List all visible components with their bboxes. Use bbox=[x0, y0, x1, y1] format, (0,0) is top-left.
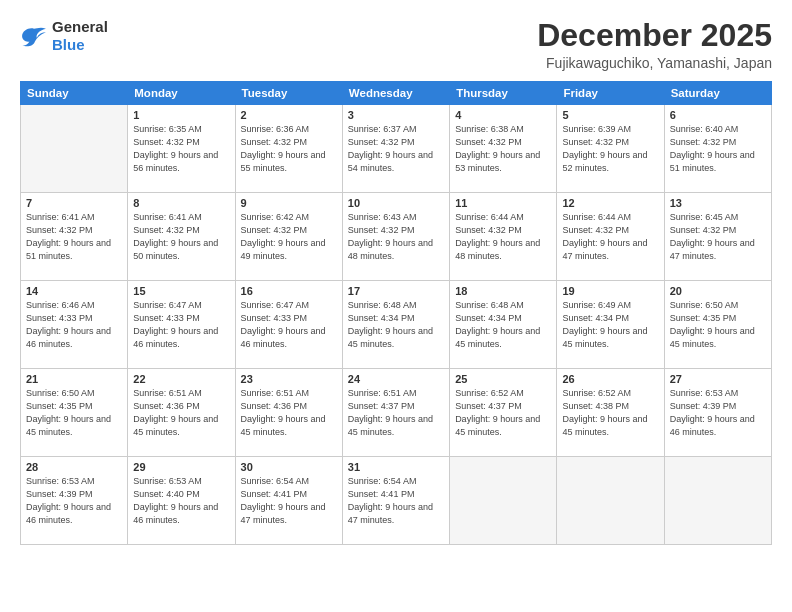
day-info: Sunrise: 6:53 AM Sunset: 4:39 PM Dayligh… bbox=[670, 387, 766, 439]
calendar-cell bbox=[557, 457, 664, 545]
header-tuesday: Tuesday bbox=[235, 82, 342, 105]
day-info: Sunrise: 6:52 AM Sunset: 4:38 PM Dayligh… bbox=[562, 387, 658, 439]
calendar-cell: 4Sunrise: 6:38 AM Sunset: 4:32 PM Daylig… bbox=[450, 105, 557, 193]
calendar-cell: 20Sunrise: 6:50 AM Sunset: 4:35 PM Dayli… bbox=[664, 281, 771, 369]
calendar-cell bbox=[21, 105, 128, 193]
day-info: Sunrise: 6:37 AM Sunset: 4:32 PM Dayligh… bbox=[348, 123, 444, 175]
day-info: Sunrise: 6:41 AM Sunset: 4:32 PM Dayligh… bbox=[26, 211, 122, 263]
day-number: 6 bbox=[670, 109, 766, 121]
logo-general: General bbox=[52, 18, 108, 35]
calendar-cell: 26Sunrise: 6:52 AM Sunset: 4:38 PM Dayli… bbox=[557, 369, 664, 457]
day-number: 19 bbox=[562, 285, 658, 297]
day-info: Sunrise: 6:45 AM Sunset: 4:32 PM Dayligh… bbox=[670, 211, 766, 263]
calendar-body: 1Sunrise: 6:35 AM Sunset: 4:32 PM Daylig… bbox=[21, 105, 772, 545]
day-number: 26 bbox=[562, 373, 658, 385]
day-number: 21 bbox=[26, 373, 122, 385]
calendar-cell bbox=[450, 457, 557, 545]
calendar-cell: 29Sunrise: 6:53 AM Sunset: 4:40 PM Dayli… bbox=[128, 457, 235, 545]
header-wednesday: Wednesday bbox=[342, 82, 449, 105]
day-number: 16 bbox=[241, 285, 337, 297]
day-number: 30 bbox=[241, 461, 337, 473]
day-number: 18 bbox=[455, 285, 551, 297]
day-info: Sunrise: 6:53 AM Sunset: 4:40 PM Dayligh… bbox=[133, 475, 229, 527]
calendar-cell: 21Sunrise: 6:50 AM Sunset: 4:35 PM Dayli… bbox=[21, 369, 128, 457]
day-number: 11 bbox=[455, 197, 551, 209]
header-monday: Monday bbox=[128, 82, 235, 105]
calendar-cell: 9Sunrise: 6:42 AM Sunset: 4:32 PM Daylig… bbox=[235, 193, 342, 281]
calendar-week-0: 1Sunrise: 6:35 AM Sunset: 4:32 PM Daylig… bbox=[21, 105, 772, 193]
day-info: Sunrise: 6:43 AM Sunset: 4:32 PM Dayligh… bbox=[348, 211, 444, 263]
day-info: Sunrise: 6:51 AM Sunset: 4:36 PM Dayligh… bbox=[133, 387, 229, 439]
day-number: 4 bbox=[455, 109, 551, 121]
calendar-cell: 23Sunrise: 6:51 AM Sunset: 4:36 PM Dayli… bbox=[235, 369, 342, 457]
calendar-table: Sunday Monday Tuesday Wednesday Thursday… bbox=[20, 81, 772, 545]
day-number: 8 bbox=[133, 197, 229, 209]
day-number: 20 bbox=[670, 285, 766, 297]
day-number: 23 bbox=[241, 373, 337, 385]
header-thursday: Thursday bbox=[450, 82, 557, 105]
header-sunday: Sunday bbox=[21, 82, 128, 105]
day-number: 7 bbox=[26, 197, 122, 209]
day-number: 27 bbox=[670, 373, 766, 385]
day-info: Sunrise: 6:51 AM Sunset: 4:36 PM Dayligh… bbox=[241, 387, 337, 439]
calendar-week-2: 14Sunrise: 6:46 AM Sunset: 4:33 PM Dayli… bbox=[21, 281, 772, 369]
day-number: 1 bbox=[133, 109, 229, 121]
day-number: 9 bbox=[241, 197, 337, 209]
header: General Blue December 2025 Fujikawaguchi… bbox=[20, 18, 772, 71]
calendar-cell: 17Sunrise: 6:48 AM Sunset: 4:34 PM Dayli… bbox=[342, 281, 449, 369]
logo-blue: Blue bbox=[52, 36, 85, 53]
day-info: Sunrise: 6:48 AM Sunset: 4:34 PM Dayligh… bbox=[455, 299, 551, 351]
weekday-header-row: Sunday Monday Tuesday Wednesday Thursday… bbox=[21, 82, 772, 105]
calendar-cell: 3Sunrise: 6:37 AM Sunset: 4:32 PM Daylig… bbox=[342, 105, 449, 193]
calendar-cell: 31Sunrise: 6:54 AM Sunset: 4:41 PM Dayli… bbox=[342, 457, 449, 545]
calendar-cell: 22Sunrise: 6:51 AM Sunset: 4:36 PM Dayli… bbox=[128, 369, 235, 457]
day-info: Sunrise: 6:44 AM Sunset: 4:32 PM Dayligh… bbox=[455, 211, 551, 263]
calendar-cell: 12Sunrise: 6:44 AM Sunset: 4:32 PM Dayli… bbox=[557, 193, 664, 281]
calendar-cell: 2Sunrise: 6:36 AM Sunset: 4:32 PM Daylig… bbox=[235, 105, 342, 193]
day-info: Sunrise: 6:54 AM Sunset: 4:41 PM Dayligh… bbox=[241, 475, 337, 527]
day-number: 15 bbox=[133, 285, 229, 297]
header-friday: Friday bbox=[557, 82, 664, 105]
day-info: Sunrise: 6:36 AM Sunset: 4:32 PM Dayligh… bbox=[241, 123, 337, 175]
day-info: Sunrise: 6:50 AM Sunset: 4:35 PM Dayligh… bbox=[670, 299, 766, 351]
day-number: 10 bbox=[348, 197, 444, 209]
calendar-cell: 19Sunrise: 6:49 AM Sunset: 4:34 PM Dayli… bbox=[557, 281, 664, 369]
calendar-cell: 27Sunrise: 6:53 AM Sunset: 4:39 PM Dayli… bbox=[664, 369, 771, 457]
day-info: Sunrise: 6:47 AM Sunset: 4:33 PM Dayligh… bbox=[241, 299, 337, 351]
calendar-cell: 28Sunrise: 6:53 AM Sunset: 4:39 PM Dayli… bbox=[21, 457, 128, 545]
day-number: 22 bbox=[133, 373, 229, 385]
day-info: Sunrise: 6:54 AM Sunset: 4:41 PM Dayligh… bbox=[348, 475, 444, 527]
day-info: Sunrise: 6:52 AM Sunset: 4:37 PM Dayligh… bbox=[455, 387, 551, 439]
calendar-cell: 6Sunrise: 6:40 AM Sunset: 4:32 PM Daylig… bbox=[664, 105, 771, 193]
day-info: Sunrise: 6:41 AM Sunset: 4:32 PM Dayligh… bbox=[133, 211, 229, 263]
calendar-cell: 10Sunrise: 6:43 AM Sunset: 4:32 PM Dayli… bbox=[342, 193, 449, 281]
day-info: Sunrise: 6:42 AM Sunset: 4:32 PM Dayligh… bbox=[241, 211, 337, 263]
calendar-cell: 13Sunrise: 6:45 AM Sunset: 4:32 PM Dayli… bbox=[664, 193, 771, 281]
calendar-cell: 30Sunrise: 6:54 AM Sunset: 4:41 PM Dayli… bbox=[235, 457, 342, 545]
calendar-week-3: 21Sunrise: 6:50 AM Sunset: 4:35 PM Dayli… bbox=[21, 369, 772, 457]
day-number: 12 bbox=[562, 197, 658, 209]
day-info: Sunrise: 6:48 AM Sunset: 4:34 PM Dayligh… bbox=[348, 299, 444, 351]
day-info: Sunrise: 6:49 AM Sunset: 4:34 PM Dayligh… bbox=[562, 299, 658, 351]
calendar-cell: 11Sunrise: 6:44 AM Sunset: 4:32 PM Dayli… bbox=[450, 193, 557, 281]
logo: General Blue bbox=[20, 18, 108, 54]
day-number: 31 bbox=[348, 461, 444, 473]
calendar-cell: 1Sunrise: 6:35 AM Sunset: 4:32 PM Daylig… bbox=[128, 105, 235, 193]
day-info: Sunrise: 6:39 AM Sunset: 4:32 PM Dayligh… bbox=[562, 123, 658, 175]
page: General Blue December 2025 Fujikawaguchi… bbox=[0, 0, 792, 612]
day-number: 24 bbox=[348, 373, 444, 385]
calendar-week-1: 7Sunrise: 6:41 AM Sunset: 4:32 PM Daylig… bbox=[21, 193, 772, 281]
day-info: Sunrise: 6:47 AM Sunset: 4:33 PM Dayligh… bbox=[133, 299, 229, 351]
title-block: December 2025 Fujikawaguchiko, Yamanashi… bbox=[537, 18, 772, 71]
calendar-header: Sunday Monday Tuesday Wednesday Thursday… bbox=[21, 82, 772, 105]
day-info: Sunrise: 6:38 AM Sunset: 4:32 PM Dayligh… bbox=[455, 123, 551, 175]
day-info: Sunrise: 6:46 AM Sunset: 4:33 PM Dayligh… bbox=[26, 299, 122, 351]
day-number: 13 bbox=[670, 197, 766, 209]
calendar-cell: 5Sunrise: 6:39 AM Sunset: 4:32 PM Daylig… bbox=[557, 105, 664, 193]
calendar-title: December 2025 bbox=[537, 18, 772, 53]
calendar-cell: 8Sunrise: 6:41 AM Sunset: 4:32 PM Daylig… bbox=[128, 193, 235, 281]
logo-bird-icon bbox=[20, 25, 48, 47]
day-info: Sunrise: 6:50 AM Sunset: 4:35 PM Dayligh… bbox=[26, 387, 122, 439]
header-saturday: Saturday bbox=[664, 82, 771, 105]
day-number: 5 bbox=[562, 109, 658, 121]
